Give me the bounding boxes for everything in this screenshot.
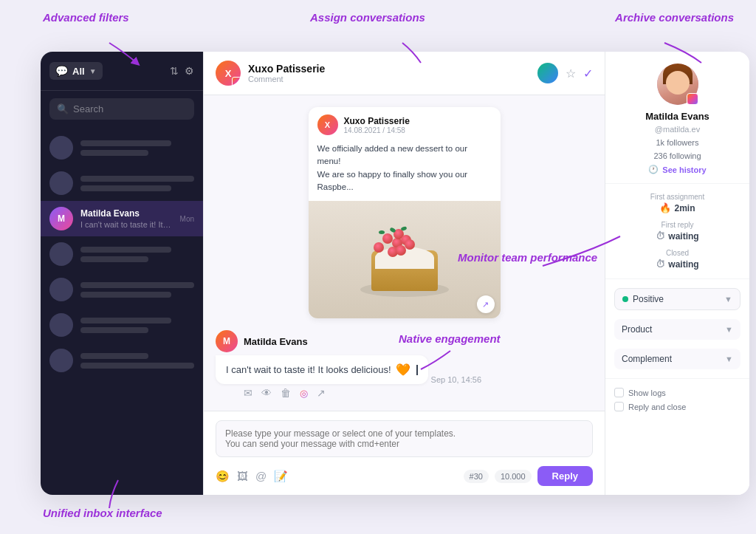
skeleton-line [80, 150, 148, 156]
list-item[interactable] [41, 236, 203, 272]
skeleton-line [80, 282, 194, 288]
comment-emoji: 🧡 [396, 363, 410, 377]
fire-icon: 🔥 [659, 202, 671, 213]
closed-metric: Closed ⏱ waiting [614, 249, 740, 270]
skeleton-line [80, 327, 148, 333]
sidebar-header: 💬 All ▼ ⇅ ⚙ [41, 52, 203, 91]
mention-icon[interactable]: @ [255, 470, 267, 482]
chevron-down-icon: ▼ [725, 325, 733, 334]
closed-value: ⏱ waiting [656, 259, 698, 270]
search-icon: 🔍 [57, 103, 69, 114]
checkbox-reply-close[interactable] [614, 402, 624, 411]
following-count: 236 following [653, 151, 701, 160]
list-item[interactable] [41, 343, 203, 378]
skeleton-line [80, 185, 171, 191]
check-icon[interactable]: ✓ [583, 66, 593, 81]
comment-bubble: I can't wait to taste it! It looks delic… [216, 355, 428, 384]
reply-and-close-label: Reply and close [628, 403, 686, 411]
instagram-icon[interactable]: ◎ [300, 388, 308, 399]
sentiment-left: Positive [622, 294, 664, 304]
comment-header: M Matilda Evans [216, 330, 593, 352]
reply-textarea[interactable] [216, 420, 593, 457]
search-input[interactable] [73, 103, 197, 114]
show-logs-checkbox[interactable]: Show logs [614, 388, 740, 397]
avatar [49, 313, 73, 337]
template-icon[interactable]: 📝 [274, 470, 288, 483]
chevron-down-icon: ▼ [724, 295, 732, 304]
profile-handle: @matilda.ev [655, 125, 700, 134]
comment-message: M Matilda Evans I can't wait to taste it… [216, 330, 593, 399]
reply-footer: 😊 🖼 @ 📝 #30 10.000 Reply [216, 466, 593, 486]
first-assignment-metric: First assignment 🔥 2min [614, 193, 740, 213]
list-item[interactable] [41, 272, 203, 307]
sort-icon[interactable]: ⇅ [170, 65, 179, 77]
list-item-matilda[interactable]: M Matilda Evans I can't wait to taste it… [41, 201, 203, 236]
reply-button[interactable]: Reply [537, 466, 593, 486]
search-bar: 🔍 [49, 98, 194, 120]
skeleton-line [80, 292, 171, 298]
see-history-button[interactable]: 🕐 See history [648, 165, 706, 174]
image-icon[interactable]: 🖼 [237, 470, 248, 482]
hide-icon[interactable]: 👁 [261, 387, 272, 399]
complement-label: Complement [622, 354, 672, 364]
conv-time: Mon [180, 215, 194, 223]
profile-stats: 1k followers [656, 138, 698, 147]
sentiment-dot [622, 296, 628, 302]
assign-conversations-label: Assign conversations [310, 11, 425, 24]
page-sub: Comment [248, 75, 325, 83]
reply-and-close-checkbox[interactable]: Reply and close [614, 402, 740, 411]
conv-name: Matilda Evans [80, 208, 173, 219]
avatar [49, 278, 73, 301]
profile-following: 236 following [653, 151, 701, 160]
email-icon[interactable]: ✉ [244, 387, 252, 399]
checkbox-show-logs[interactable] [614, 388, 624, 397]
chevron-down-icon: ▼ [725, 355, 733, 363]
skeleton-line [80, 140, 171, 146]
product-label: Product [622, 324, 652, 335]
assign-avatar[interactable] [537, 63, 558, 83]
avatar: M [49, 207, 73, 230]
chat-header: X Xuxo Patisserie Comment ☆ ✓ [204, 52, 605, 95]
history-icon: 🕐 [648, 165, 659, 174]
list-item[interactable] [41, 307, 203, 343]
conv-content [80, 244, 194, 264]
conv-preview: I can't wait to taste it! It looks delic… [80, 220, 173, 229]
first-reply-metric: First reply ⏱ waiting [614, 221, 740, 242]
share-icon[interactable]: ↗ [317, 387, 326, 399]
first-assignment-label: First assignment [650, 193, 704, 201]
post-card-text: We officially added a new dessert to our… [309, 143, 501, 201]
metrics-grid: First assignment 🔥 2min First reply ⏱ wa… [614, 193, 740, 270]
product-dropdown[interactable]: Product ▼ [614, 319, 740, 340]
avatar [49, 349, 73, 372]
right-panel: Matilda Evans @matilda.ev 1k followers 2… [605, 52, 749, 495]
post-card-avatar: X [317, 114, 338, 135]
chat-header-info: Xuxo Patisserie Comment [248, 63, 325, 83]
reply-tools: 😊 🖼 @ 📝 [216, 470, 288, 483]
skeleton-line [80, 247, 171, 253]
post-card-name: Xuxo Patisserie [344, 116, 410, 126]
sentiment-dropdown[interactable]: Positive ▼ [614, 288, 740, 310]
conv-content: Matilda Evans I can't wait to taste it! … [80, 208, 173, 229]
chat-panel: X Xuxo Patisserie Comment ☆ ✓ X [203, 52, 605, 495]
first-reply-value: ⏱ waiting [656, 230, 698, 242]
profile-instagram-badge [687, 93, 698, 105]
filter-icon[interactable]: ⚙ [185, 65, 194, 77]
emoji-picker-icon[interactable]: 😊 [216, 470, 230, 483]
comment-text: I can't wait to taste it! It looks delic… [226, 364, 391, 375]
see-history-label: See history [662, 165, 706, 174]
chat-header-left: X Xuxo Patisserie Comment [216, 61, 325, 86]
chat-messages: X Xuxo Patisserie 14.08.2021 / 14:58 We … [204, 95, 605, 411]
token-count: 10.000 [495, 470, 532, 483]
char-count: #30 [464, 470, 489, 483]
trash-icon[interactable]: 🗑 [281, 387, 291, 399]
complement-dropdown[interactable]: Complement ▼ [614, 349, 740, 369]
conv-content [80, 280, 194, 300]
expand-button[interactable]: ↗ [477, 295, 495, 313]
star-icon[interactable]: ☆ [566, 66, 576, 81]
closed-label: Closed [666, 249, 689, 257]
all-filter-button[interactable]: 💬 All ▼ [49, 62, 103, 80]
post-card-meta: Xuxo Patisserie 14.08.2021 / 14:58 [344, 116, 410, 134]
list-item[interactable] [41, 130, 203, 165]
comment-avatar: M [216, 330, 238, 352]
list-item[interactable] [41, 165, 203, 201]
